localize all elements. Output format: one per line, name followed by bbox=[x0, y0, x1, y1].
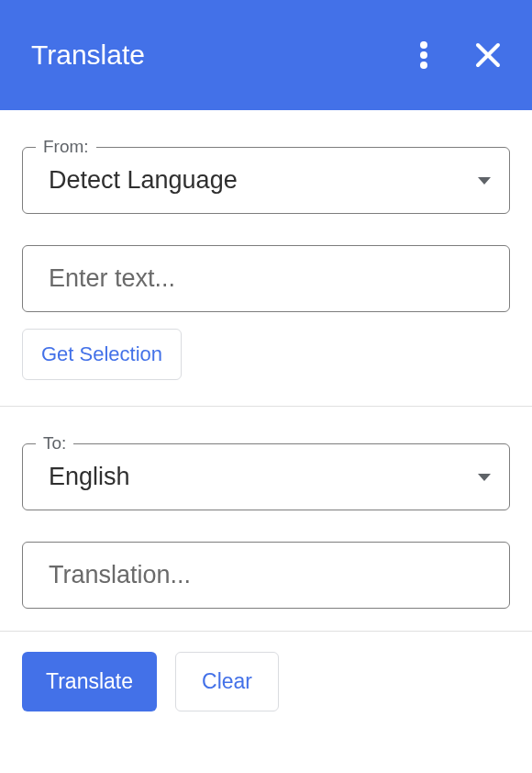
footer-actions: Translate Clear bbox=[0, 632, 532, 732]
from-language-select[interactable]: Detect Language bbox=[23, 148, 509, 213]
svg-point-2 bbox=[420, 62, 427, 69]
from-language-fieldset: From: Detect Language bbox=[22, 147, 510, 214]
from-section: From: Detect Language Get Selection bbox=[0, 110, 532, 380]
translation-output[interactable] bbox=[49, 561, 483, 589]
chevron-down-icon bbox=[478, 474, 491, 481]
clear-button[interactable]: Clear bbox=[175, 652, 279, 711]
source-text-input[interactable] bbox=[49, 264, 483, 293]
svg-point-1 bbox=[420, 51, 427, 59]
more-options-button[interactable] bbox=[405, 37, 442, 73]
chevron-down-icon bbox=[478, 177, 491, 185]
svg-point-0 bbox=[420, 41, 427, 49]
to-language-fieldset: To: English bbox=[22, 443, 510, 510]
from-language-value: Detect Language bbox=[49, 166, 238, 195]
more-vertical-icon bbox=[419, 41, 428, 69]
close-button[interactable] bbox=[470, 37, 506, 73]
page-title: Translate bbox=[31, 39, 145, 71]
translate-button[interactable]: Translate bbox=[22, 652, 157, 711]
to-language-value: English bbox=[49, 463, 130, 491]
to-section: To: English bbox=[0, 407, 532, 609]
header: Translate bbox=[0, 0, 532, 110]
source-text-box bbox=[22, 245, 510, 312]
to-label: To: bbox=[36, 433, 73, 454]
close-icon bbox=[475, 42, 501, 68]
from-label: From: bbox=[36, 137, 96, 157]
get-selection-button[interactable]: Get Selection bbox=[22, 329, 182, 380]
header-actions bbox=[405, 37, 506, 73]
translation-text-box bbox=[22, 542, 510, 609]
to-language-select[interactable]: English bbox=[23, 444, 509, 510]
